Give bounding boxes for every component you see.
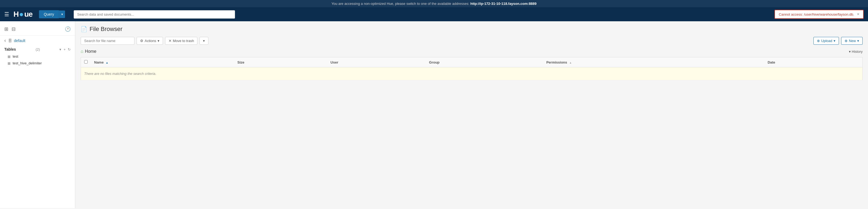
global-search-bar bbox=[74, 10, 235, 19]
db-icon: 🗄 bbox=[8, 38, 12, 43]
tables-section-header: Tables (2) ▾ + ↻ bbox=[0, 46, 75, 53]
new-caret-icon: ▾ bbox=[857, 39, 859, 43]
col-size-label: Size bbox=[238, 60, 244, 64]
no-files-row: There are no files matching the search c… bbox=[81, 67, 863, 80]
breadcrumb-row: ⌂ Home ▾ History bbox=[81, 49, 863, 54]
extra-actions-button[interactable]: ▾ bbox=[199, 37, 208, 45]
notification-text: You are accessing a non-optimized Hue, p… bbox=[332, 2, 469, 6]
header: ☰ H ● ue Query ▾ Cannot access: /user/hi… bbox=[0, 7, 868, 21]
page-title-row: 📄 File Browser bbox=[81, 26, 863, 33]
toolbar: ⚙ Actions ▾ ✕ Move to trash ▾ ⊕ Upload ▾… bbox=[81, 37, 863, 45]
query-caret-button[interactable]: ▾ bbox=[59, 10, 65, 18]
new-button[interactable]: ⊕ New ▾ bbox=[841, 37, 863, 45]
col-perm-label: Permissions bbox=[547, 60, 567, 64]
col-name-label: Name bbox=[94, 60, 103, 64]
move-trash-label: Move to trash bbox=[173, 39, 194, 43]
breadcrumb: ⌂ Home bbox=[81, 49, 96, 54]
table-icon: ▦ bbox=[7, 55, 10, 58]
th-date[interactable]: Date bbox=[765, 57, 863, 67]
back-icon: ‹ bbox=[4, 38, 6, 43]
logo-dot: ● bbox=[19, 10, 24, 19]
sidebar: ⊞ ⊟ 🕐 ‹ 🗄 default Tables (2) ▾ + ↻ ▦ tes… bbox=[0, 21, 75, 208]
toolbar-right: ⊕ Upload ▾ ⊕ New ▾ bbox=[813, 37, 863, 45]
new-label: New bbox=[849, 39, 856, 43]
close-icon[interactable]: × bbox=[857, 12, 859, 17]
col-user-label: User bbox=[331, 60, 338, 64]
tables-icon[interactable]: ⊟ bbox=[11, 26, 16, 32]
col-group-label: Group bbox=[429, 60, 440, 64]
upload-caret-icon: ▾ bbox=[834, 39, 835, 43]
database-icon[interactable]: ⊞ bbox=[4, 26, 8, 32]
gear-icon: ⚙ bbox=[140, 39, 143, 43]
actions-caret-icon: ▾ bbox=[158, 39, 159, 43]
logo-h: H bbox=[13, 10, 19, 19]
trash-icon: ✕ bbox=[168, 39, 172, 43]
home-icon: ⌂ bbox=[81, 49, 83, 54]
move-to-trash-button[interactable]: ✕ Move to trash bbox=[165, 37, 198, 45]
query-btn-group: Query ▾ bbox=[39, 10, 65, 18]
upload-icon: ⊕ bbox=[817, 39, 820, 43]
table-icon-2: ▦ bbox=[7, 61, 10, 65]
no-files-message: There are no files matching the search c… bbox=[81, 67, 863, 80]
th-group[interactable]: Group bbox=[426, 57, 543, 67]
main-layout: ⊞ ⊟ 🕐 ‹ 🗄 default Tables (2) ▾ + ↻ ▦ tes… bbox=[0, 21, 868, 208]
th-name[interactable]: Name bbox=[91, 57, 234, 67]
page-title: File Browser bbox=[90, 26, 122, 33]
sidebar-db-item[interactable]: ‹ 🗄 default bbox=[0, 35, 75, 46]
th-size[interactable]: Size bbox=[234, 57, 327, 67]
upload-label: Upload bbox=[821, 39, 832, 43]
query-button[interactable]: Query bbox=[39, 10, 59, 18]
global-search-input[interactable] bbox=[74, 10, 235, 19]
sidebar-db-name: default bbox=[14, 38, 25, 43]
actions-label: Actions bbox=[145, 39, 156, 43]
new-plus-icon: ⊕ bbox=[845, 39, 847, 43]
error-banner: Cannot access: /user/hive/warehouse/fays… bbox=[774, 10, 864, 19]
th-user[interactable]: User bbox=[327, 57, 426, 67]
add-table-icon[interactable]: + bbox=[63, 47, 66, 51]
sidebar-table-name-test-hive: test_hive_delimiter bbox=[13, 61, 42, 65]
history-icon[interactable]: 🕐 bbox=[65, 26, 71, 32]
history-label: History bbox=[852, 50, 863, 54]
hamburger-icon[interactable]: ☰ bbox=[4, 11, 9, 18]
sidebar-item-test-hive-delimiter[interactable]: ▦ test_hive_delimiter bbox=[0, 60, 75, 67]
th-permissions[interactable]: Permissions bbox=[543, 57, 765, 67]
filter-icon[interactable]: ▾ bbox=[59, 47, 61, 51]
col-date-label: Date bbox=[768, 60, 775, 64]
select-all-checkbox[interactable] bbox=[84, 60, 88, 63]
history-caret-icon: ▾ bbox=[849, 50, 851, 54]
content-area: 📄 File Browser ⚙ Actions ▾ ✕ Move to tra… bbox=[75, 21, 868, 208]
tables-count: (2) bbox=[35, 47, 40, 51]
logo-ue: ue bbox=[24, 10, 33, 19]
name-sort-icon[interactable] bbox=[106, 60, 108, 64]
search-file-input[interactable] bbox=[81, 37, 134, 45]
perm-sort-icon[interactable] bbox=[569, 60, 572, 64]
file-browser-icon: 📄 bbox=[81, 26, 87, 32]
sidebar-icon-row: ⊞ ⊟ 🕐 bbox=[0, 24, 75, 35]
sidebar-table-name-test: test bbox=[13, 54, 18, 58]
upload-button[interactable]: ⊕ Upload ▾ bbox=[813, 37, 839, 45]
notification-bar: You are accessing a non-optimized Hue, p… bbox=[0, 0, 868, 7]
tables-actions: ▾ + ↻ bbox=[59, 47, 71, 51]
notification-url: http://ip-172-31-10-118.fayson.com:8889 bbox=[470, 2, 536, 6]
more-icon: ▾ bbox=[203, 39, 205, 43]
tables-label: Tables bbox=[4, 47, 16, 51]
history-link[interactable]: ▾ History bbox=[849, 50, 863, 54]
actions-button[interactable]: ⚙ Actions ▾ bbox=[136, 37, 163, 45]
th-checkbox bbox=[81, 57, 91, 67]
table-header-row: Name Size User Group Permissions bbox=[81, 57, 863, 67]
refresh-icon[interactable]: ↻ bbox=[68, 47, 71, 51]
logo: H ● ue bbox=[13, 10, 33, 19]
breadcrumb-home[interactable]: Home bbox=[85, 49, 96, 54]
sidebar-item-test[interactable]: ▦ test bbox=[0, 53, 75, 60]
file-table: Name Size User Group Permissions bbox=[81, 57, 863, 80]
error-message: Cannot access: /user/hive/warehouse/fays… bbox=[779, 12, 854, 17]
